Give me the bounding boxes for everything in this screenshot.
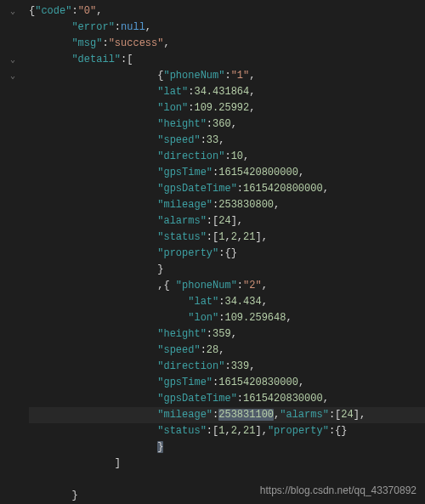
watermark: https://blog.csdn.net/qq_43370892 (260, 483, 416, 499)
code-line[interactable]: "alarms":[24], (29, 213, 425, 229)
code-line[interactable]: {"phoneNum":"1", (29, 68, 425, 84)
code-line[interactable]: ,{ "phoneNum":"2", (29, 278, 425, 294)
code-line[interactable]: } (29, 262, 425, 278)
code-line[interactable]: "gpsDateTime":1615420800000, (29, 181, 425, 197)
code-line[interactable]: "direction":339, (29, 359, 425, 375)
code-line[interactable]: "gpsDateTime":1615420830000, (29, 391, 425, 407)
code-line[interactable]: "lon":109.25992, (29, 100, 425, 116)
code-line[interactable]: "gpsTime":1615420830000, (29, 375, 425, 391)
code-line[interactable]: "gpsTime":1615420800000, (29, 165, 425, 181)
code-line[interactable]: "speed":33, (29, 133, 425, 149)
code-line[interactable]: "height":359, (29, 326, 425, 343)
code-line[interactable]: ] (29, 456, 425, 472)
fold-icon[interactable]: ⌄ (0, 68, 26, 84)
bracket-match: } (157, 441, 163, 453)
code-line[interactable]: "height":360, (29, 116, 425, 133)
code-line[interactable]: "mileage":253830800, (29, 197, 425, 213)
fold-gutter: ⌄ ⌄ ⌄ (0, 3, 26, 504)
code-line[interactable]: {"code":"0", (29, 3, 425, 20)
code-line[interactable]: "msg":"success", (29, 36, 425, 52)
code-line[interactable]: "speed":28, (29, 343, 425, 359)
code-line[interactable]: "lon":109.259648, (29, 310, 425, 326)
fold-icon[interactable]: ⌄ (0, 3, 26, 20)
code-line[interactable]: "mileage":253831100,"alarms":[24], (29, 407, 425, 423)
code-line[interactable]: } (29, 439, 425, 456)
selection: 253831100 (218, 409, 274, 421)
code-line[interactable]: "lat":34.431864, (29, 84, 425, 100)
code-line[interactable]: "status":[1,2,21],"property":{} (29, 423, 425, 439)
code-line[interactable]: "detail":[ (29, 52, 425, 68)
code-editor: ⌄ ⌄ ⌄ {"code":"0", "error":null, "msg":"… (0, 0, 425, 504)
code-line[interactable]: "direction":10, (29, 149, 425, 165)
code-line[interactable]: "status":[1,2,21], (29, 229, 425, 246)
code-line[interactable]: "error":null, (29, 20, 425, 36)
code-line[interactable]: "lat":34.434, (29, 294, 425, 310)
fold-icon[interactable]: ⌄ (0, 52, 26, 68)
code-line[interactable]: "property":{} (29, 246, 425, 262)
